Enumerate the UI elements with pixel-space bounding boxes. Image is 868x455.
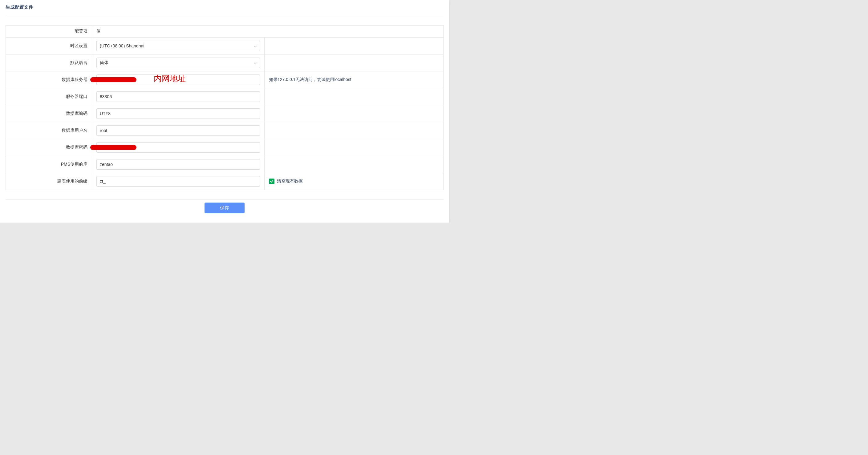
page-title: 生成配置文件	[5, 0, 443, 16]
timezone-select-wrapper[interactable]	[96, 41, 260, 51]
save-button[interactable]: 保存	[205, 202, 245, 213]
annotation-internal-address: 内网地址	[154, 73, 186, 84]
table-prefix-input[interactable]	[96, 176, 260, 187]
clear-data-checkbox-wrap[interactable]: 清空现有数据	[269, 178, 303, 184]
label-db-encoding: 数据库编码	[6, 105, 92, 122]
row-pms-db: PMS使用的库	[6, 156, 443, 173]
action-row: 保存	[5, 199, 443, 213]
config-table: 配置项 值 时区设置 默认语言	[5, 25, 443, 190]
label-timezone: 时区设置	[6, 38, 92, 55]
label-pms-db: PMS使用的库	[6, 156, 92, 173]
label-server-port: 服务器端口	[6, 88, 92, 105]
row-db-user: 数据库用户名	[6, 122, 443, 139]
row-db-server: 数据库服务器 内网地址 如果127.0.0.1无法访问，尝试使用localhos…	[6, 71, 443, 88]
label-language: 默认语言	[6, 55, 92, 71]
row-db-encoding: 数据库编码	[6, 105, 443, 122]
row-table-prefix: 建表使用的前缀 清空现有数据	[6, 173, 443, 190]
label-db-password: 数据库密码	[6, 139, 92, 156]
pms-db-input[interactable]	[96, 159, 260, 170]
label-table-prefix: 建表使用的前缀	[6, 173, 92, 190]
row-language: 默认语言	[6, 55, 443, 71]
language-select[interactable]	[96, 58, 260, 68]
row-db-password: 数据库密码	[6, 139, 443, 156]
checkbox-checked-icon	[269, 178, 274, 184]
header-value: 值	[92, 26, 443, 38]
table-header-row: 配置项 值	[6, 26, 443, 38]
db-user-input[interactable]	[96, 125, 260, 136]
redaction-mark	[90, 77, 136, 82]
config-form-panel: 生成配置文件 配置项 值 时区设置	[0, 0, 449, 223]
timezone-select[interactable]	[96, 41, 260, 51]
redaction-mark	[90, 145, 136, 150]
label-db-user: 数据库用户名	[6, 122, 92, 139]
language-select-wrapper[interactable]	[96, 58, 260, 68]
hint-db-server: 如果127.0.0.1无法访问，尝试使用localhost	[265, 71, 443, 88]
server-port-input[interactable]	[96, 91, 260, 102]
row-server-port: 服务器端口	[6, 88, 443, 105]
db-encoding-input[interactable]	[96, 108, 260, 119]
clear-data-label: 清空现有数据	[277, 178, 303, 184]
header-item: 配置项	[6, 26, 92, 38]
row-timezone: 时区设置	[6, 38, 443, 55]
label-db-server: 数据库服务器	[6, 71, 92, 88]
